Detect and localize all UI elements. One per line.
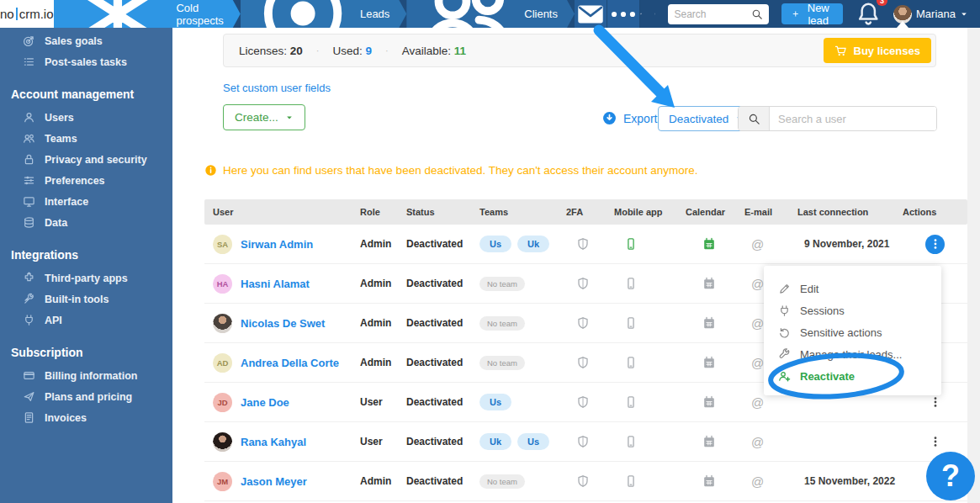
invoice-icon bbox=[23, 411, 35, 424]
sidebar-section-title: Account management bbox=[0, 72, 172, 107]
sidebar-item-users[interactable]: Users bbox=[0, 107, 172, 128]
user-name-link[interactable]: Hasni Alamat bbox=[241, 278, 310, 290]
calendar-icon bbox=[702, 435, 716, 448]
nav-tab-label: Leads bbox=[360, 8, 389, 20]
envelope-icon bbox=[575, 0, 607, 30]
sales-goal-icon[interactable] bbox=[640, 7, 642, 21]
actions-cell bbox=[903, 432, 967, 452]
buy-licenses-button[interactable]: Buy licenses bbox=[824, 38, 932, 63]
global-search-input[interactable] bbox=[674, 8, 748, 20]
menu-item-label: Reactivate bbox=[800, 370, 855, 383]
calendar-cell bbox=[686, 277, 744, 290]
nav-tab-cold-prospects[interactable]: Cold prospects bbox=[54, 0, 241, 28]
user-name-link[interactable]: Andrea Della Corte bbox=[241, 357, 339, 369]
user-cell: JMJason Meyer bbox=[204, 472, 360, 491]
last-connection: 15 November, 2022 bbox=[797, 475, 903, 487]
nav-tool-envelope[interactable] bbox=[575, 0, 607, 28]
menu-item-sessions[interactable]: Sessions bbox=[764, 299, 941, 321]
shield-icon bbox=[576, 435, 590, 448]
avatar-photo bbox=[213, 314, 232, 333]
menu-item-reactivate[interactable]: Reactivate bbox=[764, 365, 941, 387]
avatar-photo bbox=[213, 432, 232, 452]
sidebar-item-label: Sales goals bbox=[45, 35, 103, 47]
top-navbar: nocrm.io Cold prospectsLeadsClients New … bbox=[0, 0, 980, 28]
create-button[interactable]: Create... bbox=[223, 104, 305, 130]
wrench-icon bbox=[778, 348, 791, 361]
sidebar-item-third-party-apps[interactable]: Third-party apps bbox=[0, 267, 172, 289]
new-lead-button[interactable]: New lead bbox=[781, 3, 842, 24]
shield-icon bbox=[576, 277, 590, 290]
user-cell: Nicolas De Swet bbox=[204, 314, 360, 333]
user-name-link[interactable]: Sirwan Admin bbox=[241, 238, 313, 251]
teams-cell: Us bbox=[479, 396, 566, 408]
user-role: Admin bbox=[360, 238, 406, 250]
menu-item-manage-their-leads[interactable]: Manage their leads... bbox=[764, 343, 941, 365]
user-cell: ADAndrea Della Corte bbox=[204, 353, 360, 373]
dots-vertical-icon bbox=[930, 396, 941, 408]
menu-item-edit[interactable]: Edit bbox=[764, 278, 941, 299]
menu-item-sensitive-actions[interactable]: Sensitive actions bbox=[764, 321, 941, 343]
row-actions-button[interactable] bbox=[925, 432, 945, 452]
column-header-mobile-app: Mobile app bbox=[614, 207, 686, 217]
teams-cell: UkUs bbox=[479, 436, 566, 447]
calendar-cell bbox=[686, 474, 744, 488]
sidebar-item-invoices[interactable]: Invoices bbox=[0, 407, 172, 428]
nav-tool-dots-horizontal[interactable] bbox=[607, 0, 640, 28]
goal-icon bbox=[23, 34, 35, 47]
dots-vertical-icon bbox=[930, 436, 941, 447]
dot-separator: · bbox=[316, 45, 320, 56]
user-status: Deactivated bbox=[406, 317, 479, 329]
table-row: Rana KahyalUserDeactivatedUkUs@ bbox=[204, 422, 967, 462]
mobile-icon bbox=[624, 316, 638, 330]
bookmark-icon[interactable] bbox=[654, 7, 656, 21]
export-button[interactable]: Export bbox=[602, 111, 657, 125]
column-header-role: Role bbox=[360, 207, 406, 217]
shield-icon bbox=[576, 316, 590, 330]
dots-vertical-icon bbox=[930, 238, 941, 250]
sidebar-item-post-sales-tasks[interactable]: Post-sales tasks bbox=[0, 51, 172, 72]
calendar-icon bbox=[702, 277, 716, 290]
sidebar-item-data[interactable]: Data bbox=[0, 212, 172, 233]
user-name-link[interactable]: Nicolas De Swet bbox=[241, 317, 325, 330]
last-connection: 9 November, 2021 bbox=[797, 238, 903, 250]
notifications-button[interactable]: 3 bbox=[856, 1, 882, 27]
search-icon bbox=[748, 113, 760, 125]
nav-tab-leads[interactable]: Leads bbox=[241, 0, 407, 28]
sidebar-item-privacy-and-security[interactable]: Privacy and security bbox=[0, 149, 172, 170]
help-button[interactable]: ? bbox=[926, 452, 975, 500]
sidebar-item-api[interactable]: API bbox=[0, 310, 172, 331]
mobile-icon bbox=[624, 395, 638, 409]
row-actions-button[interactable] bbox=[925, 235, 945, 254]
bell-icon bbox=[856, 1, 882, 27]
user-icon bbox=[23, 111, 35, 124]
user-search-input[interactable] bbox=[770, 107, 936, 130]
user-search-button[interactable] bbox=[739, 107, 770, 130]
available-value: 11 bbox=[454, 45, 466, 57]
email-at-icon: @ bbox=[744, 395, 797, 410]
nocrm-logo[interactable]: nocrm.io bbox=[0, 0, 54, 28]
send-icon bbox=[23, 390, 35, 403]
sidebar-item-plans-and-pricing[interactable]: Plans and pricing bbox=[0, 386, 172, 407]
sidebar-item-interface[interactable]: Interface bbox=[0, 191, 172, 212]
avatar: HA bbox=[213, 274, 232, 294]
logo-text-left: no bbox=[0, 7, 14, 21]
user-name-link[interactable]: Jane Doe bbox=[241, 396, 289, 409]
user-name-link[interactable]: Jason Meyer bbox=[241, 475, 307, 488]
used-label: Used: 9 bbox=[333, 45, 373, 57]
buy-licenses-label: Buy licenses bbox=[854, 45, 921, 57]
sidebar-item-built-in-tools[interactable]: Built-in tools bbox=[0, 289, 172, 310]
nav-tab-clients[interactable]: Clients bbox=[406, 0, 575, 28]
sidebar-item-teams[interactable]: Teams bbox=[0, 128, 172, 149]
global-search[interactable] bbox=[668, 4, 769, 24]
nav-tab-label: Cold prospects bbox=[176, 2, 223, 27]
mobile-icon bbox=[624, 356, 638, 369]
sidebar-item-sales-goals[interactable]: Sales goals bbox=[0, 30, 172, 51]
sidebar-item-billing-information[interactable]: Billing information bbox=[0, 365, 172, 386]
sidebar-item-preferences[interactable]: Preferences bbox=[0, 170, 172, 191]
status-filter-label: Deactivated bbox=[669, 113, 728, 125]
dot-separator: · bbox=[385, 45, 389, 56]
table-row: SASirwan AdminAdminDeactivatedUsUk@9 Nov… bbox=[204, 225, 967, 264]
user-name-link[interactable]: Rana Kahyal bbox=[241, 436, 306, 448]
calendar-cell bbox=[686, 395, 744, 409]
set-custom-user-fields-link[interactable]: Set custom user fields bbox=[223, 82, 331, 94]
